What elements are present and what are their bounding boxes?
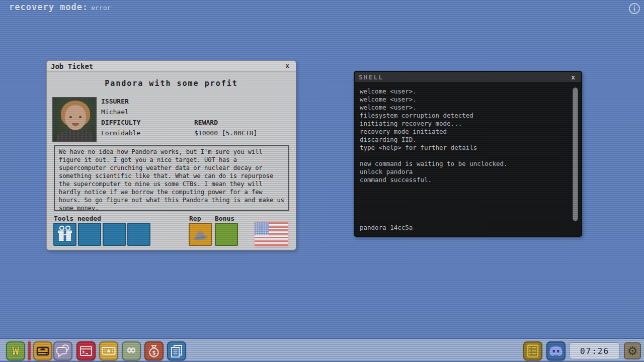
svg-text:$: $ — [152, 349, 155, 356]
job-ticket-window-title: Job Ticket — [51, 62, 93, 70]
job-description-box: We have no idea how Pandora works, but I… — [54, 145, 289, 211]
recovery-mode-status: recovery mode: error — [9, 2, 111, 12]
shell-line: welcome <user>. — [360, 104, 568, 112]
w-glyph: W — [12, 345, 19, 357]
issuer-label: ISSURER — [101, 98, 194, 108]
bonus-slot[interactable] — [215, 223, 238, 246]
taskbar-item-workspace[interactable]: W — [6, 341, 25, 360]
notes-icon — [167, 341, 186, 360]
info-icon[interactable] — [628, 2, 641, 15]
taskbar-item-journal[interactable] — [523, 341, 542, 360]
rep-slot[interactable] — [189, 223, 212, 246]
portrait-shirt — [57, 130, 94, 142]
tool-slot-empty[interactable] — [78, 223, 101, 246]
shell-titlebar[interactable]: SHELL x — [355, 72, 581, 83]
taskbar-item-chat[interactable] — [53, 341, 72, 360]
us-flag — [255, 222, 288, 246]
job-description-text: We have no idea how Pandora works, but I… — [59, 148, 284, 211]
portrait-face — [65, 105, 86, 130]
journal-icon — [523, 341, 542, 360]
shell-line: unlock pandora — [360, 168, 568, 176]
portrait-eye — [69, 116, 72, 118]
clock-time: 07:26 — [580, 346, 609, 356]
taskbar-item-terminal[interactable] — [76, 341, 96, 360]
recovery-mode-label: recovery mode: — [9, 2, 88, 12]
shell-scrollbar[interactable] — [572, 86, 579, 232]
shell-line: discarding IID. — [360, 136, 568, 144]
reward-value: $10000 [5.00CTB] — [194, 129, 257, 140]
shell-line: welcome <user>. — [360, 96, 568, 104]
shell-line — [360, 152, 568, 160]
spacer — [194, 98, 257, 108]
close-icon[interactable]: x — [570, 73, 577, 81]
money-bag-icon: $ — [144, 341, 164, 360]
difficulty-label: DIFFICULTY — [101, 119, 194, 129]
taskbar: W — [0, 338, 644, 362]
shell-line: command successful. — [360, 176, 568, 184]
shell-line: initiating recovery mode... — [360, 120, 568, 128]
chat-icon — [53, 341, 72, 360]
job-ticket-titlebar[interactable]: Job Ticket x — [47, 61, 296, 72]
scrollbar-thumb[interactable] — [573, 87, 578, 221]
reward-label: REWARD — [194, 119, 257, 129]
gift-icon — [54, 224, 75, 245]
tools-needed-label: Tools needed — [54, 215, 101, 222]
shell-line: new command is waiting to be unclocked. — [360, 160, 568, 168]
taskbar-item-settings[interactable]: ⚙ — [624, 342, 641, 359]
rep-label: Rep — [189, 215, 201, 222]
hat-icon — [190, 224, 211, 245]
recovery-mode-value: error — [91, 4, 111, 12]
taskbar-item-discord[interactable] — [546, 341, 566, 360]
taskbar-clock: 07:26 — [570, 342, 620, 359]
close-icon[interactable]: x — [284, 62, 291, 69]
shell-prompt[interactable]: pandora 14cc5a — [360, 224, 413, 232]
portrait-eye — [79, 116, 82, 118]
shell-window-title: SHELL — [359, 73, 383, 81]
ticket-icon — [99, 341, 118, 360]
difficulty-value: Formidable — [101, 129, 194, 140]
job-ticket-window: Job Ticket x Pandora with some profit IS… — [46, 60, 296, 250]
discord-icon — [546, 341, 566, 360]
job-title: Pandora with some profit — [47, 79, 296, 88]
shell-window: SHELL x welcome <user>.welcome <user>.we… — [354, 71, 582, 237]
gear-icon: ⚙ — [627, 345, 638, 357]
bonus-label: Bonus — [215, 215, 234, 222]
shell-line: type <help> for further details — [360, 144, 568, 152]
drive-icon — [33, 341, 52, 360]
portrait-mouth — [72, 123, 79, 126]
shell-line: recovery mode initiated — [360, 128, 568, 136]
tool-slot-empty[interactable] — [127, 223, 150, 246]
taskbar-item-infinity[interactable]: ∞ — [122, 341, 141, 360]
taskbar-item-notes[interactable] — [167, 341, 186, 360]
taskbar-item-drive[interactable] — [33, 341, 52, 360]
desktop: recovery mode: error Job Ticket x Pandor… — [0, 0, 644, 362]
taskbar-item-finance[interactable]: $ — [144, 341, 164, 360]
job-fields: ISSURER Michael DIFFICULTY REWARD Formid… — [101, 98, 257, 140]
flag-canton — [255, 222, 269, 235]
shell-output: welcome <user>.welcome <user>.welcome <u… — [360, 87, 568, 184]
taskbar-separator — [28, 341, 31, 360]
issuer-portrait — [52, 97, 97, 142]
taskbar-item-jobs[interactable] — [99, 341, 118, 360]
shell-line: welcome <user>. — [360, 87, 568, 96]
tool-slot-gift[interactable] — [53, 223, 76, 246]
shell-line: filesystem corruption detected — [360, 112, 568, 120]
infinity-icon: ∞ — [127, 344, 135, 355]
spacer — [194, 108, 257, 119]
tool-slot-empty[interactable] — [103, 223, 126, 246]
terminal-icon — [76, 341, 96, 360]
issuer-name: Michael — [101, 108, 194, 119]
